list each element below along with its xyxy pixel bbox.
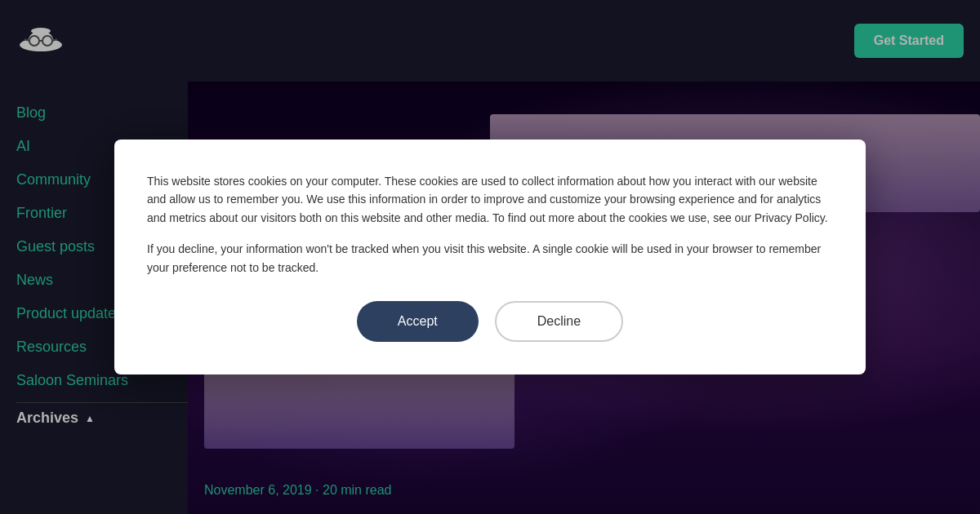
decline-button[interactable]: Decline <box>495 301 623 342</box>
accept-button[interactable]: Accept <box>357 301 479 342</box>
cookie-buttons: Accept Decline <box>147 301 833 342</box>
cookie-paragraph-1: This website stores cookies on your comp… <box>147 172 833 227</box>
cookie-modal: This website stores cookies on your comp… <box>114 140 866 374</box>
modal-overlay: This website stores cookies on your comp… <box>0 0 980 514</box>
cookie-paragraph-2: If you decline, your information won't b… <box>147 240 833 277</box>
